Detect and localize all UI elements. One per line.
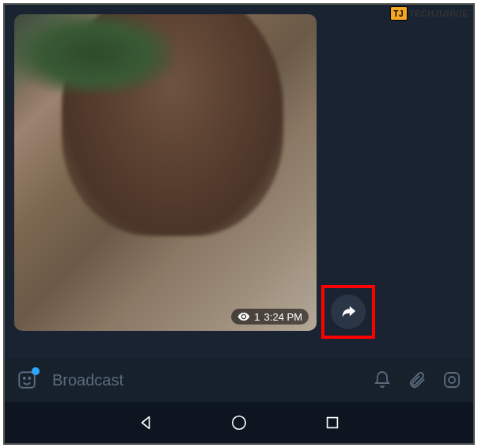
nav-home-button[interactable] — [228, 412, 250, 434]
triangle-back-icon — [137, 414, 154, 431]
mute-button[interactable] — [372, 370, 393, 390]
watermark: TJTECHJUNKIE — [390, 6, 469, 21]
message-photo[interactable]: 1 3:24 PM — [14, 14, 317, 331]
attach-button[interactable] — [407, 370, 427, 390]
svg-rect-6 — [328, 418, 338, 428]
message-time: 3:24 PM — [264, 311, 302, 323]
nav-back-button[interactable] — [135, 412, 157, 434]
svg-point-1 — [24, 378, 25, 379]
square-recent-icon — [324, 414, 341, 431]
message-input[interactable] — [52, 371, 358, 389]
highlight-box — [321, 285, 375, 339]
watermark-text: TECHJUNKIE — [409, 9, 469, 18]
android-nav-bar — [5, 402, 473, 443]
forward-icon — [340, 303, 357, 321]
sticker-button[interactable] — [16, 369, 38, 391]
camera-icon — [442, 370, 461, 389]
eye-icon — [237, 310, 250, 323]
chat-area: 1 3:24 PM — [5, 5, 473, 356]
svg-rect-0 — [19, 372, 35, 388]
nav-recent-button[interactable] — [321, 412, 343, 434]
app-frame: TJTECHJUNKIE 1 3:24 PM — [3, 3, 475, 445]
watermark-badge: TJ — [390, 6, 408, 21]
message-bubble[interactable]: 1 3:24 PM — [14, 14, 317, 331]
bell-icon — [373, 370, 392, 389]
paperclip-icon — [408, 370, 427, 389]
svg-point-5 — [233, 416, 246, 430]
svg-point-2 — [28, 378, 30, 379]
view-count: 1 — [254, 311, 260, 323]
message-meta: 1 3:24 PM — [231, 309, 309, 325]
forward-button[interactable] — [331, 294, 366, 329]
svg-point-4 — [449, 377, 455, 383]
camera-button[interactable] — [442, 370, 462, 390]
sticker-notification-dot — [32, 367, 40, 375]
message-input-bar — [5, 358, 473, 402]
circle-home-icon — [230, 414, 248, 431]
svg-rect-3 — [445, 373, 459, 387]
